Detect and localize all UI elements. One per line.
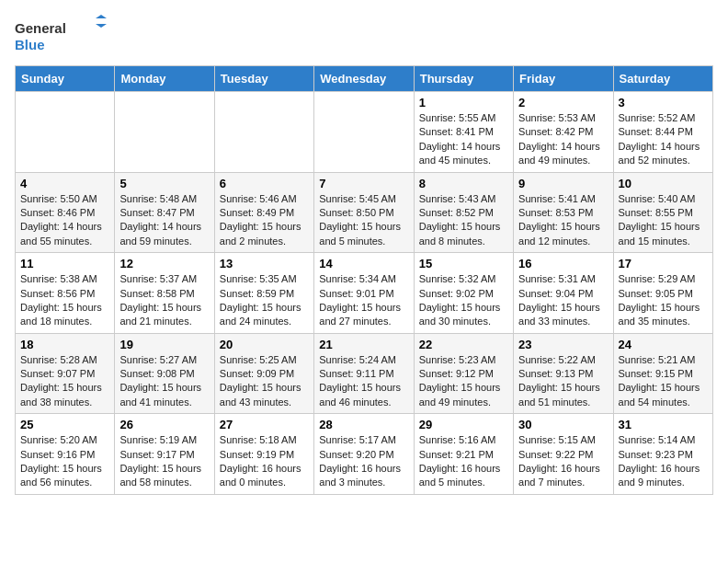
day-info: Sunrise: 5:55 AM Sunset: 8:41 PM Dayligh… [419,111,508,168]
calendar-cell: 24Sunrise: 5:21 AM Sunset: 9:15 PM Dayli… [613,333,712,414]
calendar-cell: 5Sunrise: 5:48 AM Sunset: 8:47 PM Daylig… [115,172,214,253]
calendar-cell: 10Sunrise: 5:40 AM Sunset: 8:55 PM Dayli… [613,172,712,253]
day-number: 14 [319,257,408,270]
weekday-header: Monday [115,66,214,92]
calendar-cell: 2Sunrise: 5:53 AM Sunset: 8:42 PM Daylig… [514,92,613,173]
day-number: 19 [119,338,209,351]
day-info: Sunrise: 5:17 AM Sunset: 9:20 PM Dayligh… [319,433,408,490]
day-number: 9 [518,177,608,190]
day-number: 29 [419,418,508,431]
day-info: Sunrise: 5:15 AM Sunset: 9:22 PM Dayligh… [518,433,608,490]
day-info: Sunrise: 5:50 AM Sunset: 8:46 PM Dayligh… [20,192,109,249]
day-number: 25 [20,418,109,431]
calendar-cell: 8Sunrise: 5:43 AM Sunset: 8:52 PM Daylig… [414,172,513,253]
calendar-cell: 30Sunrise: 5:15 AM Sunset: 9:22 PM Dayli… [514,414,613,495]
day-number: 3 [619,96,708,109]
day-info: Sunrise: 5:24 AM Sunset: 9:11 PM Dayligh… [319,353,408,410]
weekday-header: Saturday [613,66,712,92]
calendar-cell: 21Sunrise: 5:24 AM Sunset: 9:11 PM Dayli… [314,333,414,414]
day-info: Sunrise: 5:45 AM Sunset: 8:50 PM Dayligh… [319,192,408,249]
weekday-header: Friday [514,66,613,92]
weekday-header: Tuesday [214,66,313,92]
calendar-cell: 4Sunrise: 5:50 AM Sunset: 8:46 PM Daylig… [16,172,115,253]
calendar-cell: 20Sunrise: 5:25 AM Sunset: 9:09 PM Dayli… [214,333,313,414]
calendar-cell: 7Sunrise: 5:45 AM Sunset: 8:50 PM Daylig… [314,172,414,253]
day-info: Sunrise: 5:29 AM Sunset: 9:05 PM Dayligh… [619,272,708,329]
day-info: Sunrise: 5:20 AM Sunset: 9:16 PM Dayligh… [20,433,109,490]
weekday-header: Sunday [16,66,115,92]
calendar-cell: 22Sunrise: 5:23 AM Sunset: 9:12 PM Dayli… [414,333,513,414]
day-info: Sunrise: 5:35 AM Sunset: 8:59 PM Dayligh… [220,272,309,329]
svg-marker-2 [96,15,107,18]
calendar-cell: 13Sunrise: 5:35 AM Sunset: 8:59 PM Dayli… [214,253,313,334]
day-info: Sunrise: 5:18 AM Sunset: 9:19 PM Dayligh… [220,433,309,490]
calendar-cell: 1Sunrise: 5:55 AM Sunset: 8:41 PM Daylig… [414,92,513,173]
day-info: Sunrise: 5:16 AM Sunset: 9:21 PM Dayligh… [419,433,508,490]
day-number: 18 [20,338,109,351]
calendar-cell: 25Sunrise: 5:20 AM Sunset: 9:16 PM Dayli… [16,414,115,495]
day-number: 23 [518,338,608,351]
calendar-cell: 29Sunrise: 5:16 AM Sunset: 9:21 PM Dayli… [414,414,513,495]
calendar-cell: 15Sunrise: 5:32 AM Sunset: 9:02 PM Dayli… [414,253,513,334]
day-number: 10 [619,177,708,190]
day-number: 22 [419,338,508,351]
calendar-cell [115,92,214,173]
calendar-cell [16,92,115,173]
calendar-cell: 11Sunrise: 5:38 AM Sunset: 8:56 PM Dayli… [16,253,115,334]
calendar-cell: 14Sunrise: 5:34 AM Sunset: 9:01 PM Dayli… [314,253,414,334]
day-number: 15 [419,257,508,270]
day-info: Sunrise: 5:32 AM Sunset: 9:02 PM Dayligh… [419,272,508,329]
calendar-cell: 12Sunrise: 5:37 AM Sunset: 8:58 PM Dayli… [115,253,214,334]
calendar-cell: 28Sunrise: 5:17 AM Sunset: 9:20 PM Dayli… [314,414,414,495]
logo: General Blue [15,15,107,56]
day-number: 6 [220,177,309,190]
day-info: Sunrise: 5:38 AM Sunset: 8:56 PM Dayligh… [20,272,109,329]
page-header: General Blue [15,15,713,56]
svg-text:General: General [15,20,66,36]
day-number: 20 [220,338,309,351]
day-number: 27 [220,418,309,431]
day-info: Sunrise: 5:27 AM Sunset: 9:08 PM Dayligh… [119,353,209,410]
day-number: 1 [419,96,508,109]
day-number: 24 [619,338,708,351]
day-number: 30 [518,418,608,431]
day-info: Sunrise: 5:52 AM Sunset: 8:44 PM Dayligh… [619,111,708,168]
calendar-cell: 6Sunrise: 5:46 AM Sunset: 8:49 PM Daylig… [214,172,313,253]
day-number: 11 [20,257,109,270]
day-info: Sunrise: 5:43 AM Sunset: 8:52 PM Dayligh… [419,192,508,249]
calendar-cell: 16Sunrise: 5:31 AM Sunset: 9:04 PM Dayli… [514,253,613,334]
svg-text:Blue: Blue [15,37,45,52]
day-info: Sunrise: 5:25 AM Sunset: 9:09 PM Dayligh… [220,353,309,410]
calendar-cell: 17Sunrise: 5:29 AM Sunset: 9:05 PM Dayli… [613,253,712,334]
calendar-cell: 9Sunrise: 5:41 AM Sunset: 8:53 PM Daylig… [514,172,613,253]
day-info: Sunrise: 5:19 AM Sunset: 9:17 PM Dayligh… [119,433,209,490]
weekday-header: Wednesday [314,66,414,92]
logo-svg: General Blue [15,15,107,56]
day-info: Sunrise: 5:34 AM Sunset: 9:01 PM Dayligh… [319,272,408,329]
day-number: 21 [319,338,408,351]
day-number: 26 [119,418,209,431]
calendar-cell: 18Sunrise: 5:28 AM Sunset: 9:07 PM Dayli… [16,333,115,414]
day-info: Sunrise: 5:31 AM Sunset: 9:04 PM Dayligh… [518,272,608,329]
day-number: 16 [518,257,608,270]
day-number: 13 [220,257,309,270]
day-info: Sunrise: 5:14 AM Sunset: 9:23 PM Dayligh… [619,433,708,490]
day-info: Sunrise: 5:53 AM Sunset: 8:42 PM Dayligh… [518,111,608,168]
day-info: Sunrise: 5:23 AM Sunset: 9:12 PM Dayligh… [419,353,508,410]
day-number: 7 [319,177,408,190]
day-info: Sunrise: 5:21 AM Sunset: 9:15 PM Dayligh… [619,353,708,410]
day-info: Sunrise: 5:40 AM Sunset: 8:55 PM Dayligh… [619,192,708,249]
calendar-cell: 27Sunrise: 5:18 AM Sunset: 9:19 PM Dayli… [214,414,313,495]
day-number: 17 [619,257,708,270]
calendar-cell [214,92,313,173]
day-number: 28 [319,418,408,431]
calendar-cell: 31Sunrise: 5:14 AM Sunset: 9:23 PM Dayli… [613,414,712,495]
day-number: 31 [619,418,708,431]
svg-marker-3 [96,24,107,28]
day-info: Sunrise: 5:37 AM Sunset: 8:58 PM Dayligh… [119,272,209,329]
day-number: 2 [518,96,608,109]
day-info: Sunrise: 5:22 AM Sunset: 9:13 PM Dayligh… [518,353,608,410]
day-number: 8 [419,177,508,190]
day-info: Sunrise: 5:41 AM Sunset: 8:53 PM Dayligh… [518,192,608,249]
calendar-cell: 23Sunrise: 5:22 AM Sunset: 9:13 PM Dayli… [514,333,613,414]
